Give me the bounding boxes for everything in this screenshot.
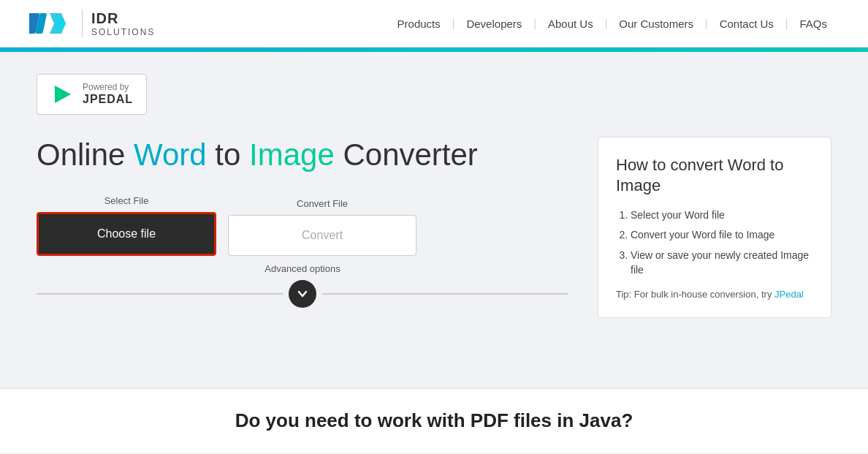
divider-left — [37, 293, 283, 295]
nav-faqs[interactable]: FAQs — [788, 18, 839, 30]
info-step-1: Select your Word file — [631, 208, 813, 223]
info-step-2: Convert your Word file to Image — [631, 228, 813, 243]
header: IDR SOLUTIONS Products | Developers | Ab… — [0, 0, 868, 48]
info-step-3: View or save your newly created Image fi… — [631, 249, 813, 277]
divider-right — [322, 293, 568, 295]
nav-developers[interactable]: Developers — [454, 18, 533, 30]
main-nav: Products | Developers | About Us | Our C… — [386, 18, 839, 30]
select-file-group: Select File Choose file — [37, 195, 216, 256]
convert-file-group: Convert File Convert — [228, 198, 416, 256]
advanced-divider-row — [37, 280, 568, 308]
content-row: Online Word to Image Converter Select Fi… — [37, 137, 831, 319]
advanced-options-label: Advanced options — [264, 263, 340, 274]
title-image: Image — [249, 137, 335, 172]
info-steps-list: Select your Word file Convert your Word … — [616, 208, 813, 277]
select-file-label: Select File — [104, 195, 149, 206]
powered-brand: JPEDAL — [83, 93, 133, 105]
left-side: Online Word to Image Converter Select Fi… — [37, 137, 568, 308]
expand-advanced-button[interactable] — [289, 280, 316, 308]
title-part5: Converter — [335, 137, 478, 172]
info-tip: Tip: For bulk in-house conversion, try J… — [616, 289, 813, 300]
convert-file-label: Convert File — [297, 198, 348, 209]
bottom-section: Do you need to work with PDF files in Ja… — [0, 388, 868, 453]
logo-icon — [29, 7, 73, 39]
info-box: How to convert Word to Image Select your… — [598, 137, 831, 319]
tip-jpedal-link[interactable]: JPedal — [774, 289, 804, 300]
logo-idr: IDR — [91, 10, 155, 27]
nav-products[interactable]: Products — [386, 18, 452, 30]
powered-prefix: Powered by — [83, 82, 133, 92]
nav-our-customers[interactable]: Our Customers — [607, 18, 705, 30]
choose-file-button[interactable]: Choose file — [37, 212, 216, 256]
nav-about-us[interactable]: About Us — [536, 18, 605, 30]
logo-text: IDR SOLUTIONS — [82, 10, 155, 37]
advanced-options-row: Advanced options — [37, 263, 568, 308]
info-box-title: How to convert Word to Image — [616, 155, 813, 197]
title-part1: Online — [37, 137, 134, 172]
convert-button[interactable]: Convert — [228, 215, 416, 256]
tip-prefix: Tip: For bulk in-house conversion, try — [616, 289, 774, 300]
page-title: Online Word to Image Converter — [37, 137, 568, 173]
logo-solutions: SOLUTIONS — [91, 27, 155, 37]
powered-text: Powered by JPEDAL — [83, 82, 133, 107]
converter-form: Select File Choose file Convert File Con… — [37, 195, 568, 256]
title-part3: to — [207, 137, 249, 172]
powered-by-box: Powered by JPEDAL — [37, 74, 147, 115]
nav-contact-us[interactable]: Contact Us — [708, 18, 785, 30]
svg-marker-4 — [55, 86, 71, 103]
play-icon — [50, 83, 74, 106]
title-word: Word — [134, 137, 207, 172]
bottom-text: Do you need to work with PDF files in Ja… — [29, 409, 839, 432]
logo-area: IDR SOLUTIONS — [29, 7, 155, 39]
chevron-down-icon — [297, 289, 308, 299]
main-content: Powered by JPEDAL Online Word to Image C… — [0, 52, 868, 388]
